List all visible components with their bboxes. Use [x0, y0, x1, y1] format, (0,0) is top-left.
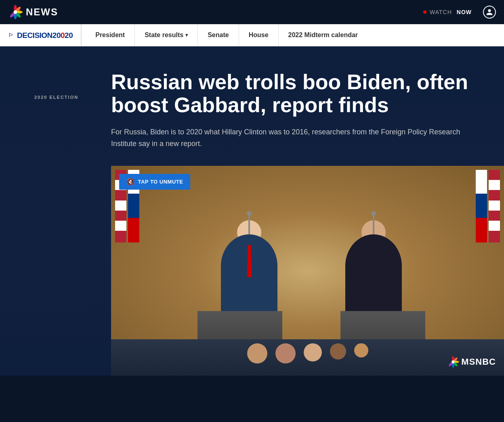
unmute-button[interactable]: 🔇 TAP TO UNMUTE	[119, 174, 190, 190]
decision-label: DECISION20020	[17, 31, 73, 40]
volume-muted-icon: 🔇	[126, 178, 135, 186]
msnbc-watermark: MSNBC	[447, 356, 496, 368]
video-scene: HELSINKI 2018 HELSINKI 2018 🔇 TAP TO UNM…	[111, 166, 504, 376]
hero-content: Russian web trolls boo Biden, often boos…	[0, 71, 504, 166]
hero-section: 2020 ELECTION Russian web trolls boo Bid…	[0, 46, 504, 376]
now-label: NOW	[457, 9, 472, 15]
user-profile-icon	[486, 8, 493, 16]
live-indicator	[423, 10, 426, 14]
watch-now-button[interactable]: WATCH NOW	[423, 9, 472, 15]
nbc-logo[interactable]: NEWS	[8, 5, 58, 19]
trump-tie	[247, 245, 252, 277]
audience-head-5	[354, 343, 368, 357]
year-zero: 0	[61, 31, 65, 40]
right-flags-area	[472, 166, 504, 339]
msnbc-logo: MSNBC	[447, 356, 496, 368]
nbc-peacock-icon	[8, 5, 23, 19]
decision-nav: 🏳 DECISION20020 President State results …	[0, 24, 504, 46]
left-flags-area	[111, 166, 143, 339]
video-container[interactable]: HELSINKI 2018 HELSINKI 2018 🔇 TAP TO UNM…	[111, 166, 504, 376]
audience-head-2	[275, 343, 296, 364]
msnbc-text: MSNBC	[461, 357, 496, 367]
article-subtitle: For Russia, Biden is to 2020 what Hillar…	[111, 126, 480, 150]
category-label: 2020 ELECTION	[34, 95, 78, 100]
decision-nav-links: President State results ▾ Senate House 2…	[82, 24, 504, 46]
audience-head-3	[304, 343, 322, 361]
decision-word: DECISION	[17, 31, 52, 40]
year-first: 20	[52, 31, 61, 40]
nav-link-president[interactable]: President	[86, 24, 135, 46]
top-navigation: NEWS WATCH NOW	[0, 0, 504, 24]
trump-mic	[248, 214, 250, 234]
article-title: Russian web trolls boo Biden, often boos…	[111, 71, 480, 117]
audience-area	[111, 339, 504, 376]
ru-flag-right	[476, 170, 487, 242]
decision-logo[interactable]: 🏳 DECISION20020	[0, 24, 82, 46]
unmute-label: TAP TO UNMUTE	[138, 179, 183, 185]
nbc-logo-text: NEWS	[26, 6, 58, 18]
svg-point-6	[14, 10, 17, 14]
svg-point-13	[452, 360, 455, 363]
msnbc-peacock-icon	[447, 356, 459, 368]
audience-head-1	[247, 343, 267, 364]
nav-link-house[interactable]: House	[239, 24, 279, 46]
audience-head-4	[330, 343, 346, 359]
watch-label: WATCH	[430, 9, 452, 15]
nav-link-calendar[interactable]: 2022 Midterm calendar	[279, 24, 368, 46]
us-flag-right	[489, 170, 500, 242]
nav-link-senate[interactable]: Senate	[198, 24, 239, 46]
user-icon[interactable]	[483, 6, 496, 19]
chevron-down-icon: ▾	[185, 32, 188, 38]
nav-link-state-results[interactable]: State results ▾	[135, 24, 198, 46]
flag-icon: 🏳	[8, 32, 14, 38]
year-last: 20	[65, 31, 73, 40]
putin-mic	[373, 214, 374, 234]
